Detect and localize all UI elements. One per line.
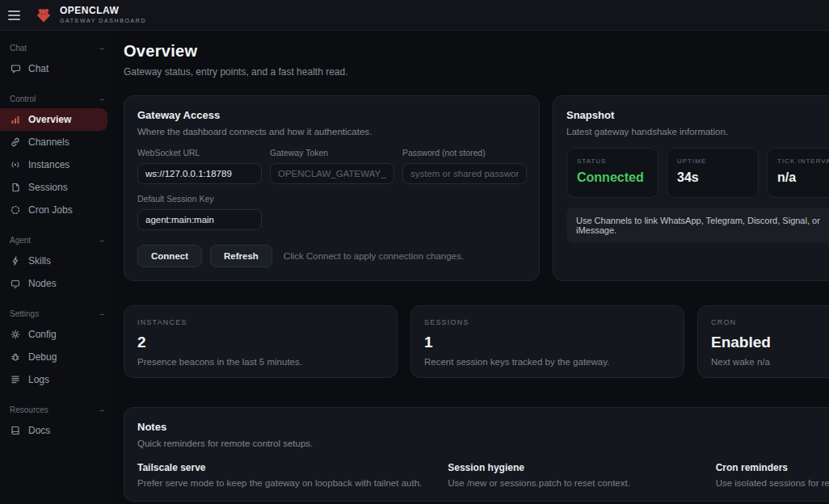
note-body: Use isolated sessions for recurring runs… [716,478,829,488]
card-title: Notes [137,421,829,433]
sidebar-item-label: Skills [28,255,51,267]
sidebar-item-debug[interactable]: Debug [0,346,107,368]
monitor-icon [10,278,21,289]
chat-icon [10,63,21,74]
openclaw-logo-icon [34,6,53,25]
sidebar-item-chat[interactable]: Chat [0,57,107,80]
card-subtitle: Where the dashboard connects and how it … [137,127,526,136]
field-label: Gateway Token [270,148,394,158]
sidebar-item-instances[interactable]: Instances [0,153,107,176]
refresh-button[interactable]: Refresh [210,245,272,267]
stat-description: Recent session keys tracked by the gatew… [424,357,671,367]
sidebar-item-label: Config [28,329,57,340]
gear-icon [10,329,21,340]
sidebar-item-label: Docs [28,425,50,436]
section-header-settings[interactable]: Settings – [0,306,114,323]
document-icon [10,182,21,193]
websocket-url-input[interactable] [137,163,262,184]
websocket-url-field: WebSocket URL [137,148,262,184]
bar-chart-icon [10,114,21,125]
notes-card: Notes Quick reminders for remote control… [124,407,829,502]
collapse-dash-icon: – [99,44,104,52]
sidebar-item-label: Debug [28,351,57,363]
card-title: Gateway Access [137,109,526,121]
note-cron-reminders: Cron reminders Use isolated sessions for… [716,462,829,488]
note-session-hygiene: Session hygiene Use /new or sessions.pat… [448,462,689,488]
broadcast-icon [10,159,21,170]
snapshot-card: Snapshot Latest gateway handshake inform… [553,95,829,281]
note-body: Use /new or sessions.patch to reset cont… [448,478,689,488]
sidebar-item-cron-jobs[interactable]: Cron Jobs [0,199,107,221]
card-subtitle: Latest gateway handshake information. [566,127,829,136]
uptime-tile: UPTIME 34s [667,148,759,198]
sidebar-section-chat: Chat – Chat [0,40,114,80]
brand: OPENCLAW GATEWAY DASHBOARD [34,6,146,25]
field-label: Default Session Key [137,194,262,204]
lightning-icon [10,255,21,267]
list-lines-icon [10,374,21,385]
sidebar-item-channels[interactable]: Channels [0,131,107,153]
password-field: Password (not stored) [402,148,527,184]
sidebar-item-docs[interactable]: Docs [0,419,107,442]
section-header-control[interactable]: Control – [0,91,114,108]
sidebar-item-overview[interactable]: Overview [0,108,107,131]
cron-stat-card: CRON Enabled Next wake n/a [697,305,829,378]
section-header-agent[interactable]: Agent – [0,233,114,250]
cron-value: Enabled [711,334,829,351]
section-label: Chat [10,44,27,52]
sidebar-item-label: Cron Jobs [28,204,73,216]
stat-description: Next wake n/a [711,357,829,367]
section-header-chat[interactable]: Chat – [0,40,114,57]
card-title: Snapshot [566,109,829,121]
sidebar-item-config[interactable]: Config [0,323,107,346]
cron-dashed-circle-icon [10,204,21,216]
section-label: Settings [10,309,39,318]
sidebar-item-label: Logs [28,374,49,385]
brand-text: OPENCLAW GATEWAY DASHBOARD [60,6,146,23]
field-label: Password (not stored) [402,148,527,158]
section-header-resources[interactable]: Resources – [0,402,114,419]
stat-label: CRON [711,318,829,326]
sidebar-section-agent: Agent – Skills Nodes [0,233,114,295]
password-input[interactable] [402,163,527,184]
book-icon [10,425,21,436]
gateway-token-input[interactable] [270,163,394,184]
bug-icon [10,351,21,363]
hamburger-menu-icon[interactable] [8,6,26,24]
sessions-value: 1 [424,334,671,351]
section-label: Control [10,94,36,103]
instances-stat-card: INSTANCES 2 Presence beacons in the last… [124,305,398,378]
sidebar-item-nodes[interactable]: Nodes [0,272,107,295]
page-title: Overview [124,42,829,61]
session-key-input[interactable] [137,209,262,230]
sidebar-item-label: Instances [28,159,69,170]
sessions-stat-card: SESSIONS 1 Recent session keys tracked b… [410,305,684,378]
tick-interval-tile: TICK INTERVAL n/a [767,148,829,198]
tile-label: UPTIME [677,158,748,165]
stat-label: INSTANCES [137,318,384,326]
tick-interval-value: n/a [777,170,829,185]
sidebar-item-label: Nodes [28,278,57,289]
sidebar: Chat – Chat Control – Overv [0,31,114,504]
connect-button[interactable]: Connect [137,245,202,267]
sidebar-item-logs[interactable]: Logs [0,368,107,391]
main-content: Overview Gateway status, entry points, a… [114,31,829,504]
stat-label: SESSIONS [424,318,671,326]
card-subtitle: Quick reminders for remote control setup… [137,439,829,448]
sidebar-section-control: Control – Overview Channels [0,91,114,221]
field-label: WebSocket URL [137,148,262,158]
sidebar-item-label: Sessions [28,182,68,193]
section-label: Resources [10,405,48,414]
uptime-value: 34s [677,170,748,185]
tile-label: STATUS [577,158,648,165]
note-title: Cron reminders [716,462,829,473]
sidebar-item-label: Chat [28,63,48,74]
collapse-dash-icon: – [99,309,104,318]
sidebar-item-sessions[interactable]: Sessions [0,176,107,199]
collapse-dash-icon: – [99,405,104,414]
sidebar-item-skills[interactable]: Skills [0,250,107,272]
sidebar-section-resources: Resources – Docs [0,402,114,442]
note-title: Tailscale serve [137,462,422,473]
note-title: Session hygiene [448,462,689,473]
app-title: OPENCLAW [60,6,146,16]
